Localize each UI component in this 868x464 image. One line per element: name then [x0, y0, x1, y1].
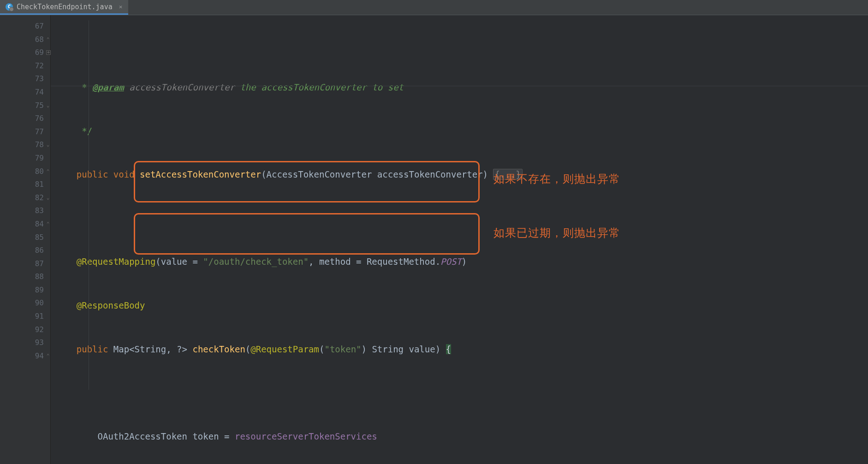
line-number: 90	[0, 297, 50, 310]
line-number: 82⌄	[0, 191, 50, 205]
code-line: @RequestMapping(value = "/oauth/check_to…	[55, 255, 868, 268]
code-line	[55, 212, 868, 225]
line-number: 84⌃	[0, 218, 50, 231]
line-number: 86	[0, 244, 50, 257]
line-number: 83	[0, 204, 50, 218]
code-area[interactable]: * @param accessTokenConverter the access…	[51, 15, 868, 464]
line-number: 93	[0, 336, 50, 350]
line-number: 68⌃	[0, 33, 50, 47]
editor-tab-bar: C CheckTokenEndpoint.java ×	[0, 0, 868, 15]
line-number: 77	[0, 125, 50, 139]
fold-handle-icon[interactable]: ⌃	[45, 350, 51, 363]
code-line: */	[55, 125, 868, 138]
fold-handle-icon[interactable]: ⌃	[45, 165, 51, 178]
annotation-text-2: 如果已过期，则抛出异常	[493, 226, 620, 240]
line-number: 94⌃	[0, 350, 50, 363]
method-separator	[51, 86, 868, 86]
line-number: 87	[0, 257, 50, 271]
annotation-text-1: 如果不存在，则抛出异常	[493, 172, 620, 186]
tab-label: CheckTokenEndpoint.java	[17, 3, 113, 11]
line-numbers: 67 68⌃ 69+ 72 73 74 75⌄ 76 77 78⌄ 79 80⌃…	[0, 20, 50, 363]
fold-expand-icon[interactable]: +	[46, 50, 51, 55]
line-number: 73	[0, 72, 50, 86]
code-line: * @param accessTokenConverter the access…	[55, 81, 868, 94]
fold-handle-icon[interactable]: ⌃	[45, 33, 51, 47]
line-number: 72	[0, 59, 50, 73]
line-number: 85	[0, 231, 50, 244]
code-line: public void setAccessTokenConverter(Acce…	[55, 168, 868, 181]
line-number: 78⌄	[0, 138, 50, 152]
fold-handle-icon[interactable]: ⌄	[45, 138, 51, 152]
line-number: 88	[0, 270, 50, 284]
tab-check-token-endpoint[interactable]: C CheckTokenEndpoint.java ×	[0, 0, 128, 15]
line-number: 80⌃	[0, 165, 50, 178]
code-line: public Map<String, ?> checkToken(@Reques…	[55, 343, 868, 356]
fold-handle-icon[interactable]: ⌃	[45, 218, 51, 231]
line-number: 69+	[0, 46, 50, 59]
java-class-icon: C	[6, 3, 13, 11]
fold-handle-icon[interactable]: ⌄	[45, 99, 51, 113]
line-number: 92	[0, 323, 50, 337]
close-icon[interactable]: ×	[119, 3, 123, 10]
line-number: 79	[0, 152, 50, 165]
line-number: 89	[0, 284, 50, 297]
line-number: 74	[0, 86, 50, 99]
fold-handle-icon[interactable]: ⌄	[45, 191, 51, 205]
line-number: 76	[0, 112, 50, 125]
code-editor[interactable]: 67 68⌃ 69+ 72 73 74 75⌄ 76 77 78⌄ 79 80⌃…	[0, 15, 868, 464]
line-number-gutter: 67 68⌃ 69+ 72 73 74 75⌄ 76 77 78⌄ 79 80⌃…	[0, 15, 51, 464]
line-number: 81	[0, 178, 50, 191]
code-line: @ResponseBody	[55, 299, 868, 312]
code-line: OAuth2AccessToken token = resourceServer…	[55, 430, 868, 443]
code-line	[55, 386, 868, 399]
highlight-box-1	[134, 161, 480, 202]
indent-guide	[89, 20, 89, 390]
line-number: 67	[0, 20, 50, 33]
line-number: 75⌄	[0, 99, 50, 113]
line-number: 91	[0, 310, 50, 323]
